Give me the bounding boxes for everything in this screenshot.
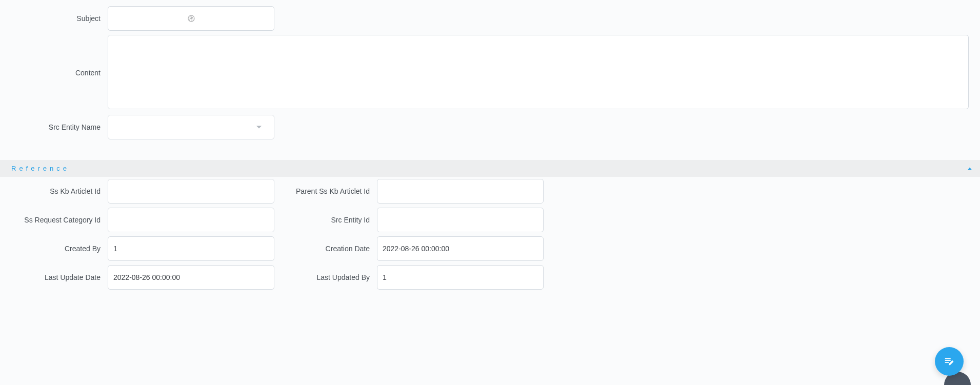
content-label: Content <box>5 69 108 77</box>
ss-kb-articlet-id-label: Ss Kb Articlet Id <box>5 187 108 195</box>
parent-ss-kb-articlet-id-label: Parent Ss Kb Articlet Id <box>274 187 377 195</box>
src-entity-id-input[interactable] <box>377 208 544 232</box>
ss-request-category-id-input[interactable] <box>108 208 274 232</box>
creation-date-label: Creation Date <box>274 245 377 253</box>
ss-request-category-id-label: Ss Request Category Id <box>5 216 108 224</box>
row-content: Content <box>5 35 975 111</box>
chevron-down-icon <box>256 126 262 129</box>
subject-lookup[interactable] <box>108 6 274 31</box>
last-updated-by-label: Last Updated By <box>274 273 377 281</box>
src-entity-name-select[interactable] <box>108 115 274 139</box>
section-header-reference[interactable]: Reference <box>0 160 980 177</box>
last-update-date-input[interactable] <box>108 265 274 290</box>
row-subject: Subject <box>5 6 975 31</box>
parent-ss-kb-articlet-id-input[interactable] <box>377 179 544 204</box>
content-field-cell <box>108 35 975 111</box>
subject-label: Subject <box>5 14 108 23</box>
row-src-entity-name: Src Entity Name <box>5 115 975 139</box>
last-update-date-label: Last Update Date <box>5 273 108 281</box>
chevron-up-icon <box>968 167 972 170</box>
reference-grid: Ss Kb Articlet Id Parent Ss Kb Articlet … <box>0 177 980 295</box>
subject-field-cell <box>108 6 274 31</box>
created-by-label: Created By <box>5 245 108 253</box>
created-by-input[interactable] <box>108 236 274 261</box>
src-entity-name-field-cell <box>108 115 274 139</box>
src-entity-id-label: Src Entity Id <box>274 216 377 224</box>
creation-date-input[interactable] <box>377 236 544 261</box>
section-title: Reference <box>11 165 70 172</box>
last-updated-by-input[interactable] <box>377 265 544 290</box>
src-entity-name-label: Src Entity Name <box>5 123 108 131</box>
content-textarea[interactable] <box>108 35 969 109</box>
shutter-icon <box>187 14 195 23</box>
form-main: Subject Content Src Entity Name <box>0 0 980 146</box>
ss-kb-articlet-id-input[interactable] <box>108 179 274 204</box>
